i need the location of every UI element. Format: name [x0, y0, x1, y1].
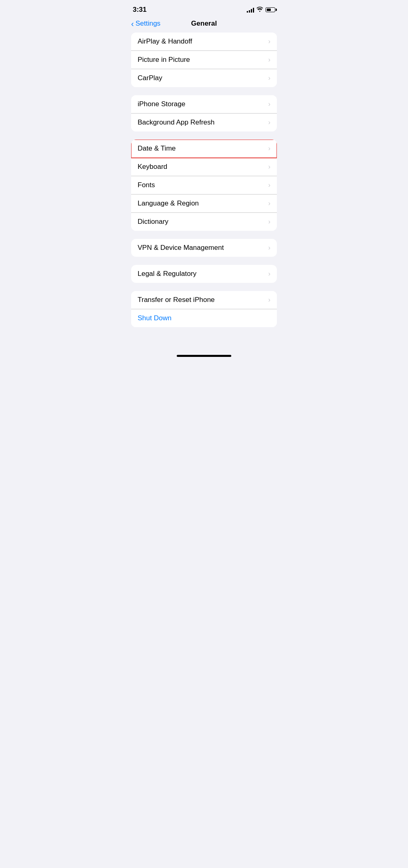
keyboard-label: Keyboard — [138, 163, 167, 171]
legal-regulatory-label: Legal & Regulatory — [138, 270, 197, 278]
page-title: General — [191, 20, 217, 28]
legal-regulatory-item[interactable]: Legal & Regulatory › — [131, 265, 277, 283]
vpn-device-management-item[interactable]: VPN & Device Management › — [131, 239, 277, 257]
fonts-item[interactable]: Fonts › — [131, 176, 277, 195]
back-chevron-icon: ‹ — [131, 20, 134, 28]
language-region-label: Language & Region — [138, 199, 199, 208]
chevron-icon: › — [268, 38, 270, 45]
section-storage-group: iPhone Storage › Background App Refresh … — [131, 95, 277, 131]
background-app-refresh-item[interactable]: Background App Refresh › — [131, 114, 277, 131]
airplay-handoff-label: AirPlay & Handoff — [138, 37, 192, 46]
chevron-icon: › — [268, 74, 270, 82]
transfer-reset-iphone-label: Transfer or Reset iPhone — [138, 296, 215, 304]
section-reset-group: Transfer or Reset iPhone › Shut Down — [131, 291, 277, 327]
dictionary-label: Dictionary — [138, 218, 169, 226]
chevron-icon: › — [268, 244, 270, 251]
section-airplay-group: AirPlay & Handoff › Picture in Picture ›… — [131, 33, 277, 87]
back-label: Settings — [136, 20, 160, 28]
chevron-icon: › — [268, 270, 270, 278]
chevron-icon: › — [268, 119, 270, 126]
carplay-item[interactable]: CarPlay › — [131, 69, 277, 87]
airplay-handoff-item[interactable]: AirPlay & Handoff › — [131, 33, 277, 51]
chevron-icon: › — [268, 56, 270, 63]
section-locale-group: Date & Time › Keyboard › Fonts › Languag… — [131, 140, 277, 231]
home-indicator — [125, 352, 283, 363]
background-app-refresh-label: Background App Refresh — [138, 118, 215, 127]
battery-icon — [265, 7, 275, 12]
vpn-device-management-label: VPN & Device Management — [138, 244, 224, 252]
status-bar: 3:31 — [125, 0, 283, 16]
status-icons — [247, 7, 275, 13]
section-vpn-group: VPN & Device Management › — [131, 239, 277, 257]
nav-header: ‹ Settings General — [125, 16, 283, 33]
shut-down-item[interactable]: Shut Down — [131, 309, 277, 327]
home-bar — [177, 355, 231, 357]
chevron-icon: › — [268, 181, 270, 189]
picture-in-picture-label: Picture in Picture — [138, 56, 190, 64]
chevron-icon: › — [268, 200, 270, 207]
settings-content: AirPlay & Handoff › Picture in Picture ›… — [125, 33, 283, 352]
wifi-icon — [257, 7, 263, 13]
chevron-icon: › — [268, 145, 270, 152]
chevron-icon: › — [268, 101, 270, 108]
transfer-reset-iphone-item[interactable]: Transfer or Reset iPhone › — [131, 291, 277, 309]
date-time-label: Date & Time — [138, 144, 176, 153]
shut-down-label: Shut Down — [138, 314, 171, 322]
chevron-icon: › — [268, 163, 270, 171]
date-time-item[interactable]: Date & Time › — [131, 140, 277, 158]
signal-strength-icon — [247, 7, 254, 13]
back-button[interactable]: ‹ Settings — [131, 20, 160, 28]
picture-in-picture-item[interactable]: Picture in Picture › — [131, 51, 277, 69]
iphone-storage-item[interactable]: iPhone Storage › — [131, 95, 277, 114]
section-legal-group: Legal & Regulatory › — [131, 265, 277, 283]
chevron-icon: › — [268, 218, 270, 225]
status-time: 3:31 — [133, 6, 147, 14]
keyboard-item[interactable]: Keyboard › — [131, 158, 277, 176]
iphone-storage-label: iPhone Storage — [138, 100, 185, 108]
language-region-item[interactable]: Language & Region › — [131, 195, 277, 213]
dictionary-item[interactable]: Dictionary › — [131, 213, 277, 231]
chevron-icon: › — [268, 296, 270, 304]
carplay-label: CarPlay — [138, 74, 162, 82]
fonts-label: Fonts — [138, 181, 155, 189]
